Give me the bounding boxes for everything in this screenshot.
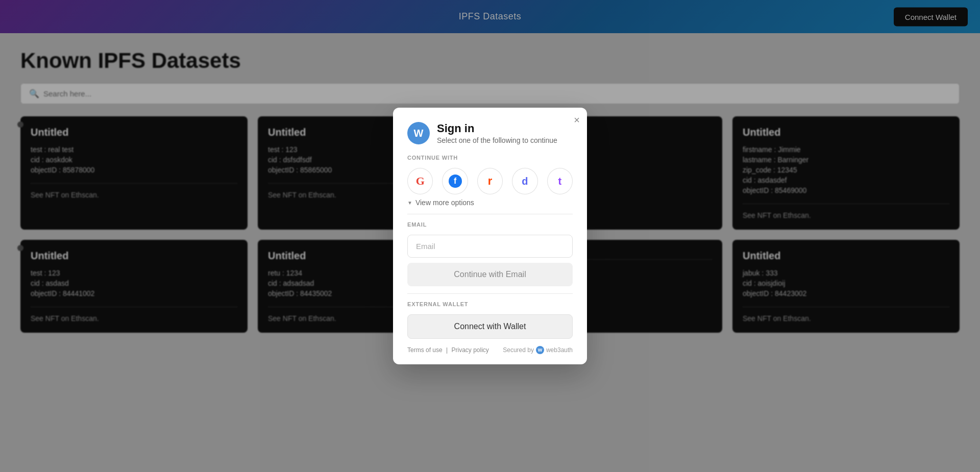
modal-logo: W	[407, 122, 430, 144]
divider-1	[407, 214, 573, 214]
discord-signin-button[interactable]: d	[512, 168, 537, 194]
divider-2	[407, 293, 573, 294]
connect-with-wallet-button[interactable]: Connect with Wallet	[407, 314, 573, 339]
wallet-section: EXTERNAL WALLET Connect with Wallet	[407, 301, 573, 339]
footer-links: Terms of use | Privacy policy	[407, 346, 489, 354]
facebook-icon: f	[449, 175, 462, 188]
twitch-signin-button[interactable]: t	[547, 168, 573, 194]
google-signin-button[interactable]: G	[407, 168, 433, 194]
modal-title-area: Sign in Select one of the following to c…	[437, 122, 557, 144]
view-more-label: View more options	[415, 198, 474, 207]
privacy-link[interactable]: Privacy policy	[452, 346, 489, 354]
modal-subtitle: Select one of the following to continue	[437, 136, 557, 144]
modal-close-button[interactable]: ×	[574, 115, 580, 125]
secured-by-label: Secured by	[503, 346, 534, 354]
sign-in-modal: × W Sign in Select one of the following …	[393, 108, 587, 364]
google-icon: G	[416, 175, 425, 188]
email-section-label: EMAIL	[407, 221, 573, 228]
external-wallet-label: EXTERNAL WALLET	[407, 301, 573, 307]
footer-separator: |	[446, 346, 448, 354]
view-more-options-button[interactable]: ▼ View more options	[407, 198, 474, 207]
modal-footer: Terms of use | Privacy policy Secured by…	[407, 346, 573, 354]
web3auth-logo: W	[536, 346, 544, 354]
modal-title: Sign in	[437, 122, 557, 135]
social-icons-row: G f r d t	[407, 168, 573, 194]
reddit-signin-button[interactable]: r	[477, 168, 503, 194]
modal-overlay: × W Sign in Select one of the following …	[0, 0, 980, 472]
reddit-icon: r	[488, 175, 493, 188]
facebook-signin-button[interactable]: f	[442, 168, 468, 194]
email-section: EMAIL Continue with Email	[407, 221, 573, 286]
continue-with-label: CONTINUE WITH	[407, 155, 573, 161]
web3auth-brand: web3auth	[546, 346, 573, 354]
secured-by: Secured by W web3auth	[503, 346, 573, 354]
chevron-down-icon: ▼	[407, 200, 412, 206]
discord-icon: d	[522, 176, 528, 187]
modal-header: W Sign in Select one of the following to…	[407, 122, 573, 144]
email-input[interactable]	[407, 235, 573, 258]
continue-email-button[interactable]: Continue with Email	[407, 263, 573, 286]
terms-link[interactable]: Terms of use	[407, 346, 443, 354]
twitch-icon: t	[558, 176, 561, 187]
